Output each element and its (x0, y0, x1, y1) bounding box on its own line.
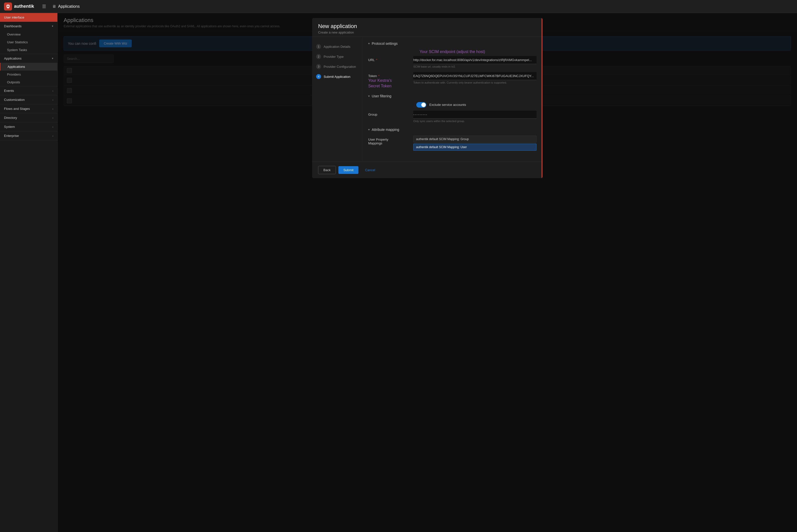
chevron-down-icon: ▾ (368, 42, 370, 45)
url-value-area: SCIM base url, usually ends in /v2. (413, 56, 537, 68)
url-label: URL * (368, 56, 413, 62)
attribute-mapping-title: Attribute mapping (372, 128, 399, 132)
app-name: authentik (14, 4, 34, 9)
wizard-step-num-4: 4 (316, 74, 321, 79)
new-application-modal: New application Create a new application… (312, 18, 543, 178)
toggle-knob (421, 102, 426, 107)
sidebar-item-applications[interactable]: Applications (0, 63, 57, 71)
wizard-step-3[interactable]: 3 Provider Configuration (312, 61, 362, 72)
sidebar-group-header-dashboards[interactable]: Dashboards ▾ (0, 22, 57, 31)
sidebar-group-dashboards: Dashboards ▾ Overview User Statistics Sy… (0, 22, 57, 54)
attribute-mapping-header[interactable]: ▾ Attribute mapping (368, 128, 537, 132)
chevron-right-icon: › (52, 116, 53, 119)
wizard-step-label-4: Submit Application (324, 75, 350, 79)
mapping-item-user[interactable]: authentik default SCIM Mapping: User (413, 144, 537, 151)
wizard-form-content: ▾ Protocol settings Your SCIM endpoint (… (362, 37, 543, 162)
sidebar-group-flows-stages: Flows and Stages › (0, 104, 57, 113)
sidebar-item-overview[interactable]: Overview (0, 31, 57, 38)
wizard-step-4[interactable]: 4 Submit Application (312, 72, 362, 81)
chevron-down-icon: ▾ (368, 94, 370, 98)
logo-icon (4, 2, 12, 11)
modal-subtitle: Create a new application (318, 31, 537, 34)
token-field: Token * Your Kestra'sSecret Token Token … (368, 72, 537, 89)
sidebar-item-system-tasks[interactable]: System Tasks (0, 46, 57, 54)
scim-highlight: Your SCIM endpoint (adjust the host) (368, 50, 537, 54)
mapping-item-group[interactable]: authentik default SCIM Mapping: Group (413, 136, 537, 142)
protocol-settings-section: ▾ Protocol settings Your SCIM endpoint (… (368, 41, 537, 89)
group-label: Group (368, 111, 413, 116)
wizard-step-label-2: Provider Type (324, 55, 344, 59)
token-value-area: Token to authenticate with. Currently on… (413, 72, 537, 84)
page-icon: 🖥 (52, 4, 56, 9)
chevron-right-icon: › (52, 89, 53, 92)
chevron-down-icon: ▾ (368, 128, 370, 131)
chevron-down-icon: ▾ (52, 57, 53, 60)
group-hint: Only sync users within the selected grou… (413, 120, 537, 122)
attribute-mapping-section: ▾ Attribute mapping User PropertyMapping… (368, 128, 537, 152)
back-button[interactable]: Back (318, 166, 336, 174)
sidebar-item-outposts[interactable]: Outposts (0, 78, 57, 86)
chevron-down-icon: ▾ (52, 24, 53, 28)
sidebar-item-directory[interactable]: Directory › (0, 113, 57, 122)
main-layout: User interface Dashboards ▾ Overview Use… (0, 13, 797, 532)
sidebar-group-customization: Customization › (0, 95, 57, 104)
app-logo: authentik (4, 2, 34, 11)
sidebar-item-enterprise[interactable]: Enterprise › (0, 131, 57, 140)
url-input[interactable] (413, 56, 537, 64)
url-field: URL * SCIM base url, usually ends in /v2… (368, 56, 537, 68)
protocol-settings-header[interactable]: ▾ Protocol settings (368, 41, 537, 45)
group-value-area: Only sync users within the selected grou… (413, 111, 537, 122)
group-field: Group Only sync users within the selecte… (368, 111, 537, 122)
sidebar-item-user-statistics[interactable]: User Statistics (0, 38, 57, 46)
sidebar-item-system[interactable]: System › (0, 122, 57, 131)
modal-overlay: New application Create a new application… (58, 13, 797, 532)
modal-body: 1 Application Details 2 Provider Type 3 … (312, 37, 543, 162)
content-area: Applications External applications that … (58, 13, 797, 532)
sidebar-group-header-applications[interactable]: Applications ▾ (0, 54, 57, 63)
user-property-mappings-field: User PropertyMappings authentik default … (368, 136, 537, 152)
modal-header: New application Create a new application (312, 18, 543, 37)
wizard-step-num-2: 2 (316, 54, 321, 59)
chevron-right-icon: › (52, 98, 53, 101)
exclude-service-accounts-row: Exclude service accounts (368, 102, 537, 108)
svg-point-0 (7, 5, 9, 7)
sidebar-item-events[interactable]: Events › (0, 86, 57, 95)
wizard-step-2[interactable]: 2 Provider Type (312, 52, 362, 61)
sidebar: User interface Dashboards ▾ Overview Use… (0, 13, 58, 532)
exclude-service-accounts-toggle[interactable] (416, 102, 426, 108)
token-label: Token * Your Kestra'sSecret Token (368, 72, 413, 89)
chevron-right-icon: › (52, 107, 53, 110)
sidebar-group-directory: Directory › (0, 113, 57, 122)
wizard-step-label-3: Provider Configuration (324, 65, 356, 69)
user-property-mappings-label: User PropertyMappings (368, 136, 413, 145)
sidebar-item-flows-stages[interactable]: Flows and Stages › (0, 104, 57, 113)
sidebar-group-events: Events › (0, 86, 57, 95)
sidebar-item-customization[interactable]: Customization › (0, 95, 57, 104)
chevron-right-icon: › (52, 134, 53, 137)
hamburger-icon[interactable]: ☰ (40, 2, 48, 11)
protocol-settings-title: Protocol settings (372, 41, 398, 45)
modal-footer: Back Submit Cancel (312, 162, 543, 178)
kestra-highlight: Your Kestra'sSecret Token (368, 78, 392, 88)
user-filtering-header[interactable]: ▾ User filtering (368, 94, 537, 98)
required-indicator: * (378, 74, 379, 78)
url-hint: SCIM base url, usually ends in /v2. (413, 65, 537, 68)
sidebar-group-enterprise: Enterprise › (0, 131, 57, 140)
modal-title: New application (318, 23, 537, 30)
modal-accent (542, 18, 543, 178)
user-property-mappings-value: authentik default SCIM Mapping: Group au… (413, 136, 537, 152)
wizard-step-num-1: 1 (316, 44, 321, 49)
wizard-step-num-3: 3 (316, 64, 321, 69)
submit-button[interactable]: Submit (338, 166, 358, 174)
sidebar-active-section: User interface (0, 13, 57, 22)
user-filtering-title: User filtering (372, 94, 392, 98)
user-filtering-section: ▾ User filtering Exclude service account… (368, 94, 537, 122)
cancel-button[interactable]: Cancel (361, 166, 379, 174)
group-input[interactable] (413, 111, 537, 119)
required-indicator: * (376, 58, 377, 62)
wizard-step-1[interactable]: 1 Application Details (312, 41, 362, 52)
token-input[interactable] (413, 72, 537, 80)
sidebar-item-providers[interactable]: Providers (0, 71, 57, 78)
token-hint: Token to authenticate with. Currently on… (413, 81, 537, 84)
topbar-page-title: 🖥 Applications (52, 4, 80, 9)
